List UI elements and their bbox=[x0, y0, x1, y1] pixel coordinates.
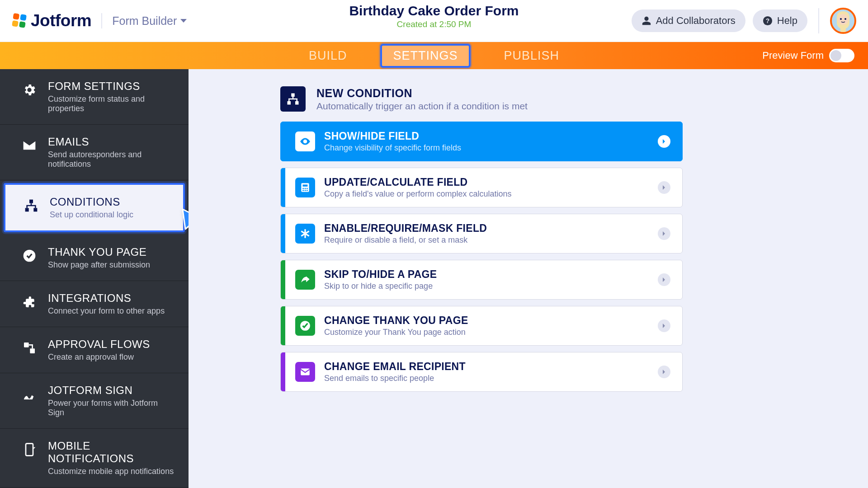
sidebar-item-approval-flows[interactable]: APPROVAL FLOWS Create an approval flow bbox=[0, 327, 189, 373]
tab-publish[interactable]: PUBLISH bbox=[493, 44, 571, 68]
new-condition-header: NEW CONDITION Automatically trigger an a… bbox=[280, 86, 838, 112]
chevron-right-icon bbox=[658, 273, 670, 286]
pen-icon bbox=[21, 385, 38, 403]
app-header: Jotform Form Builder Birthday Cake Order… bbox=[0, 0, 868, 42]
form-title-block: Birthday Cake Order Form Created at 2:50… bbox=[349, 3, 519, 29]
sidebar-item-mobile-notifications[interactable]: MOBILE NOTIFICATIONS Customize mobile ap… bbox=[0, 429, 189, 488]
chevron-right-icon bbox=[658, 227, 670, 240]
help-button[interactable]: ? Help bbox=[753, 9, 807, 32]
avatar[interactable] bbox=[830, 8, 856, 34]
condition-enable-require-mask-field[interactable]: ENABLE/REQUIRE/MASK FIELD Require or dis… bbox=[280, 214, 683, 253]
share-arrow-icon bbox=[295, 270, 315, 290]
sidebar-item-sub: Create an approval flow bbox=[48, 352, 150, 362]
chevron-down-icon bbox=[180, 19, 187, 23]
svg-rect-18 bbox=[295, 101, 299, 105]
condition-change-thank-you-page[interactable]: CHANGE THANK YOU PAGE Customize your Tha… bbox=[280, 306, 683, 346]
add-collaborators-label: Add Collaborators bbox=[656, 15, 736, 27]
condition-title: CHANGE EMAIL RECIPIENT bbox=[324, 361, 466, 373]
hierarchy-icon bbox=[280, 86, 306, 112]
svg-rect-2 bbox=[12, 20, 19, 27]
sidebar-item-integrations[interactable]: INTEGRATIONS Connect your form to other … bbox=[0, 281, 189, 327]
sidebar-item-label: CONDITIONS bbox=[50, 196, 133, 208]
tab-build[interactable]: BUILD bbox=[298, 44, 358, 68]
add-collaborators-button[interactable]: Add Collaborators bbox=[632, 9, 745, 32]
svg-rect-14 bbox=[30, 348, 35, 353]
form-builder-dropdown[interactable]: Form Builder bbox=[112, 14, 187, 28]
sidebar-item-thank-you[interactable]: THANK YOU PAGE Show page after submissio… bbox=[0, 235, 189, 281]
condition-title: SKIP TO/HIDE A PAGE bbox=[324, 268, 437, 281]
sidebar-item-sub: Send autoresponders and notifications bbox=[48, 150, 176, 169]
sidebar-item-sub: Connect your form to other apps bbox=[48, 306, 165, 316]
panel-title: NEW CONDITION bbox=[316, 87, 528, 100]
question-icon: ? bbox=[763, 16, 773, 26]
svg-rect-20 bbox=[303, 185, 308, 187]
condition-title: SHOW/HIDE FIELD bbox=[324, 130, 461, 142]
svg-point-23 bbox=[307, 188, 308, 189]
svg-point-22 bbox=[305, 188, 306, 189]
preview-form-toggle[interactable]: Preview Form bbox=[762, 49, 854, 62]
svg-rect-3 bbox=[19, 21, 26, 28]
help-label: Help bbox=[777, 15, 797, 27]
calculator-icon bbox=[295, 178, 315, 197]
form-created-at: Created at 2:50 PM bbox=[349, 19, 519, 29]
logo-icon bbox=[12, 13, 27, 28]
divider bbox=[818, 8, 819, 33]
svg-rect-17 bbox=[288, 101, 291, 105]
svg-rect-13 bbox=[24, 343, 29, 347]
svg-rect-15 bbox=[26, 444, 33, 456]
settings-sidebar: FORM SETTINGS Customize form status and … bbox=[0, 69, 189, 488]
condition-sub: Skip to or hide a specific page bbox=[324, 282, 437, 291]
tab-settings[interactable]: SETTINGS bbox=[380, 44, 470, 68]
svg-text:?: ? bbox=[766, 18, 769, 24]
check-icon bbox=[295, 316, 315, 336]
chevron-right-icon bbox=[658, 319, 670, 332]
svg-point-7 bbox=[840, 18, 842, 20]
user-icon bbox=[642, 16, 651, 26]
chevron-right-icon bbox=[658, 366, 670, 378]
sidebar-item-sub: Customize mobile app notifications bbox=[48, 467, 176, 476]
check-circle-icon bbox=[21, 247, 38, 264]
sidebar-item-label: INTEGRATIONS bbox=[48, 292, 165, 305]
flow-icon bbox=[21, 339, 38, 357]
svg-point-6 bbox=[838, 14, 849, 25]
mail-icon bbox=[295, 362, 315, 382]
conditions-panel: NEW CONDITION Automatically trigger an a… bbox=[189, 69, 868, 488]
condition-sub: Copy a field's value or perform complex … bbox=[324, 189, 512, 199]
sidebar-item-form-settings[interactable]: FORM SETTINGS Customize form status and … bbox=[0, 69, 189, 125]
chevron-right-icon bbox=[658, 181, 670, 194]
sidebar-item-label: EMAILS bbox=[48, 136, 176, 148]
panel-subtitle: Automatically trigger an action if a con… bbox=[316, 101, 528, 112]
sidebar-item-label: JOTFORM SIGN bbox=[48, 384, 176, 397]
divider bbox=[101, 13, 102, 28]
sidebar-item-jotform-sign[interactable]: JOTFORM SIGN Power your forms with Jotfo… bbox=[0, 373, 189, 429]
sidebar-item-sub: Show page after submission bbox=[48, 260, 150, 270]
avatar-icon bbox=[833, 9, 853, 32]
condition-sub: Customize your Thank You page action bbox=[324, 328, 468, 337]
mail-icon bbox=[21, 137, 38, 154]
condition-update-calculate-field[interactable]: UPDATE/CALCULATE FIELD Copy a field's va… bbox=[280, 168, 683, 207]
mobile-icon bbox=[21, 441, 38, 458]
condition-sub: Change visibility of specific form field… bbox=[324, 143, 461, 153]
svg-point-8 bbox=[844, 18, 846, 20]
sidebar-item-sub: Set up conditional logic bbox=[50, 210, 133, 220]
svg-point-21 bbox=[302, 188, 304, 189]
puzzle-icon bbox=[21, 293, 38, 310]
form-title[interactable]: Birthday Cake Order Form bbox=[349, 3, 519, 19]
gear-icon bbox=[21, 81, 38, 99]
condition-show-hide-field[interactable]: SHOW/HIDE FIELD Change visibility of spe… bbox=[280, 122, 683, 161]
condition-change-email-recipient[interactable]: CHANGE EMAIL RECIPIENT Send emails to sp… bbox=[280, 352, 683, 392]
logo[interactable]: Jotform bbox=[12, 11, 91, 30]
svg-point-25 bbox=[305, 190, 306, 191]
condition-type-list: SHOW/HIDE FIELD Change visibility of spe… bbox=[280, 122, 683, 392]
sidebar-item-conditions[interactable]: CONDITIONS Set up conditional logic bbox=[4, 183, 185, 232]
condition-skip-hide-page[interactable]: SKIP TO/HIDE A PAGE Skip to or hide a sp… bbox=[280, 260, 683, 300]
hierarchy-icon bbox=[23, 197, 40, 214]
condition-title: UPDATE/CALCULATE FIELD bbox=[324, 176, 512, 188]
form-builder-label: Form Builder bbox=[112, 14, 177, 28]
svg-rect-9 bbox=[29, 200, 33, 203]
svg-rect-1 bbox=[20, 14, 27, 21]
condition-title: ENABLE/REQUIRE/MASK FIELD bbox=[324, 222, 487, 235]
sidebar-item-emails[interactable]: EMAILS Send autoresponders and notificat… bbox=[0, 125, 189, 180]
preview-label: Preview Form bbox=[762, 50, 824, 61]
svg-rect-0 bbox=[13, 13, 19, 20]
